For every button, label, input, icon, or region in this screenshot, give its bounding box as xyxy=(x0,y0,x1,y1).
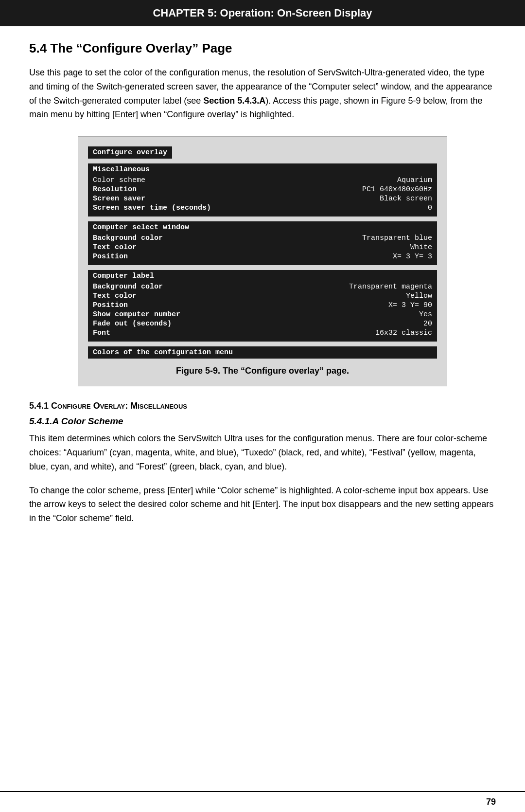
osd-show-computer-number-value: Yes xyxy=(419,310,432,319)
osd-fade-out-value: 20 xyxy=(423,320,432,328)
osd-color-scheme-label: Color scheme xyxy=(93,176,145,184)
section-title: 5.4 The “Configure Overlay” Page xyxy=(29,41,496,56)
osd-comp-text-color-value: Yellow xyxy=(406,292,432,300)
osd-bg-color-label: Background color xyxy=(93,234,163,242)
osd-text-color-label: Text color xyxy=(93,243,137,252)
subsection-5-4-1-a-paragraph1: This item determines which colors the Se… xyxy=(29,432,496,473)
page-footer: 79 xyxy=(0,791,525,812)
osd-screen-saver-label: Screen saver xyxy=(93,195,145,203)
main-content: 5.4 The “Configure Overlay” Page Use thi… xyxy=(0,41,525,525)
intro-bold: Section 5.4.3.A xyxy=(203,96,265,106)
figure-caption: Figure 5-9. The “Configure overlay” page… xyxy=(88,366,437,376)
osd-miscellaneous-section: Miscellaneous Color scheme Aquarium Reso… xyxy=(88,163,437,217)
osd-font-row: Font 16x32 classic xyxy=(93,328,432,338)
osd-comp-bg-color-value: Transparent magenta xyxy=(349,283,432,291)
osd-position-row: Position X= 3 Y= 3 xyxy=(93,252,432,261)
osd-show-computer-number-row: Show computer number Yes xyxy=(93,310,432,319)
osd-comp-text-color-row: Text color Yellow xyxy=(93,291,432,301)
osd-resolution-label: Resolution xyxy=(93,185,137,194)
osd-display: Configure overlay Miscellaneous Color sc… xyxy=(88,146,437,359)
osd-screen-saver-time-value: 0 xyxy=(428,204,432,212)
osd-comp-position-label: Position xyxy=(93,301,128,309)
subsection-5-4-1-header: 5.4.1 Configure Overlay: Miscellaneous xyxy=(29,401,496,411)
osd-header: Configure overlay xyxy=(88,146,172,159)
osd-computer-label-section: Computer label Background color Transpar… xyxy=(88,270,437,342)
osd-font-value: 16x32 classic xyxy=(375,329,432,337)
chapter-header: CHAPTER 5: Operation: On-Screen Display xyxy=(0,0,525,26)
osd-comp-text-color-label: Text color xyxy=(93,292,137,300)
osd-miscellaneous-header: Miscellaneous xyxy=(93,165,432,174)
osd-show-computer-number-label: Show computer number xyxy=(93,310,180,319)
page-number: 79 xyxy=(486,797,496,807)
figure-container: Configure overlay Miscellaneous Color sc… xyxy=(78,136,447,386)
osd-comp-position-value: X= 3 Y= 90 xyxy=(388,301,432,309)
osd-comp-position-row: Position X= 3 Y= 90 xyxy=(93,301,432,310)
osd-screen-saver-row: Screen saver Black screen xyxy=(93,194,432,203)
osd-bg-color-value: Transparent blue xyxy=(362,234,432,242)
osd-resolution-value: PC1 640x480x60Hz xyxy=(362,185,432,194)
osd-position-value: X= 3 Y= 3 xyxy=(393,253,432,261)
osd-font-label: Font xyxy=(93,329,110,337)
osd-screen-saver-value: Black screen xyxy=(380,195,432,203)
osd-screen-saver-time-label: Screen saver time (seconds) xyxy=(93,204,211,212)
osd-fade-out-label: Fade out (seconds) xyxy=(93,320,172,328)
osd-text-color-row: Text color White xyxy=(93,243,432,252)
osd-comp-bg-color-row: Background color Transparent magenta xyxy=(93,282,432,291)
osd-computer-label-header: Computer label xyxy=(93,272,432,280)
osd-bg-color-row: Background color Transparent blue xyxy=(93,234,432,243)
osd-fade-out-row: Fade out (seconds) 20 xyxy=(93,319,432,328)
osd-color-scheme-row: Color scheme Aquarium xyxy=(93,176,432,185)
osd-resolution-row: Resolution PC1 640x480x60Hz xyxy=(93,185,432,194)
osd-text-color-value: White xyxy=(410,243,432,252)
osd-screen-saver-time-row: Screen saver time (seconds) 0 xyxy=(93,203,432,213)
osd-comp-bg-color-label: Background color xyxy=(93,283,163,291)
osd-color-scheme-value: Aquarium xyxy=(397,176,432,184)
osd-computer-select-header: Computer select window xyxy=(93,223,432,232)
osd-bottom-bar: Colors of the configuration menu xyxy=(88,346,437,359)
subsection-5-4-1-a-header: 5.4.1.A Color Scheme xyxy=(29,416,496,427)
intro-paragraph: Use this page to set the color of the co… xyxy=(29,66,496,122)
osd-position-label: Position xyxy=(93,253,128,261)
subsection-5-4-1-a-paragraph2: To change the color scheme, press [Enter… xyxy=(29,484,496,525)
osd-computer-select-section: Computer select window Background color … xyxy=(88,221,437,265)
